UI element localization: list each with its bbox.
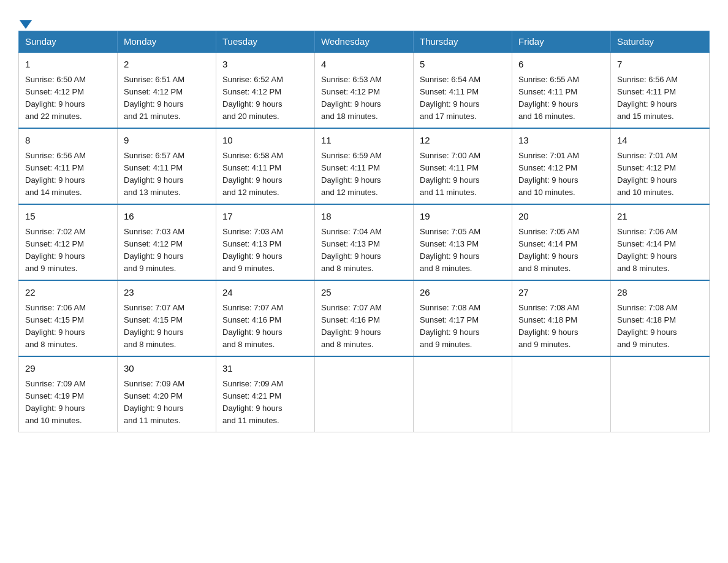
day-info: Sunrise: 7:00 AMSunset: 4:11 PMDaylight:… [420,150,506,199]
calendar-week-row: 15 Sunrise: 7:02 AMSunset: 4:12 PMDaylig… [19,204,710,280]
calendar-cell: 25 Sunrise: 7:07 AMSunset: 4:16 PMDaylig… [315,280,414,356]
calendar-cell: 8 Sunrise: 6:56 AMSunset: 4:11 PMDayligh… [19,128,118,204]
calendar-cell: 27 Sunrise: 7:08 AMSunset: 4:18 PMDaylig… [512,280,611,356]
calendar-cell [512,356,611,432]
day-info: Sunrise: 7:07 AMSunset: 4:16 PMDaylight:… [222,302,308,351]
day-info: Sunrise: 7:08 AMSunset: 4:18 PMDaylight:… [518,302,604,351]
calendar-cell: 17 Sunrise: 7:03 AMSunset: 4:13 PMDaylig… [216,204,315,280]
day-number: 14 [617,134,703,148]
calendar-cell: 26 Sunrise: 7:08 AMSunset: 4:17 PMDaylig… [414,280,512,356]
day-number: 3 [222,58,308,72]
header-sunday: Sunday [19,31,118,53]
day-number: 13 [518,134,604,148]
day-number: 30 [124,362,210,376]
day-info: Sunrise: 7:06 AMSunset: 4:15 PMDaylight:… [25,302,111,351]
header-friday: Friday [512,31,611,53]
day-number: 6 [518,58,604,72]
header-saturday: Saturday [611,31,710,53]
calendar-cell: 15 Sunrise: 7:02 AMSunset: 4:12 PMDaylig… [19,204,118,280]
day-info: Sunrise: 6:55 AMSunset: 4:11 PMDaylight:… [518,74,604,123]
day-info: Sunrise: 6:58 AMSunset: 4:11 PMDaylight:… [222,150,308,199]
day-info: Sunrise: 7:02 AMSunset: 4:12 PMDaylight:… [25,226,111,275]
calendar-cell: 16 Sunrise: 7:03 AMSunset: 4:12 PMDaylig… [118,204,216,280]
day-info: Sunrise: 6:59 AMSunset: 4:11 PMDaylight:… [321,150,407,199]
header-monday: Monday [118,31,216,53]
calendar-cell: 20 Sunrise: 7:05 AMSunset: 4:14 PMDaylig… [512,204,611,280]
calendar-cell: 30 Sunrise: 7:09 AMSunset: 4:20 PMDaylig… [118,356,216,432]
day-number: 5 [420,58,506,72]
header-tuesday: Tuesday [216,31,315,53]
logo-triangle-icon [20,20,32,29]
calendar-cell: 19 Sunrise: 7:05 AMSunset: 4:13 PMDaylig… [414,204,512,280]
logo [18,18,33,25]
day-number: 8 [25,134,111,148]
calendar-cell: 13 Sunrise: 7:01 AMSunset: 4:12 PMDaylig… [512,128,611,204]
day-info: Sunrise: 6:56 AMSunset: 4:11 PMDaylight:… [25,150,111,199]
day-info: Sunrise: 6:52 AMSunset: 4:12 PMDaylight:… [222,74,308,123]
calendar-cell: 24 Sunrise: 7:07 AMSunset: 4:16 PMDaylig… [216,280,315,356]
calendar-cell: 31 Sunrise: 7:09 AMSunset: 4:21 PMDaylig… [216,356,315,432]
day-number: 22 [25,286,111,300]
calendar-cell: 1 Sunrise: 6:50 AMSunset: 4:12 PMDayligh… [19,52,118,128]
calendar-week-row: 22 Sunrise: 7:06 AMSunset: 4:15 PMDaylig… [19,280,710,356]
day-number: 18 [321,210,407,224]
calendar-week-row: 1 Sunrise: 6:50 AMSunset: 4:12 PMDayligh… [19,52,710,128]
day-number: 28 [617,286,703,300]
day-number: 27 [518,286,604,300]
calendar-cell [315,356,414,432]
day-info: Sunrise: 6:57 AMSunset: 4:11 PMDaylight:… [124,150,210,199]
day-info: Sunrise: 7:09 AMSunset: 4:20 PMDaylight:… [124,378,210,427]
day-number: 23 [124,286,210,300]
day-number: 9 [124,134,210,148]
page-header [18,12,710,25]
calendar-cell: 11 Sunrise: 6:59 AMSunset: 4:11 PMDaylig… [315,128,414,204]
day-number: 2 [124,58,210,72]
header-thursday: Thursday [414,31,512,53]
day-number: 1 [25,58,111,72]
calendar-cell: 7 Sunrise: 6:56 AMSunset: 4:11 PMDayligh… [611,52,710,128]
calendar-cell: 22 Sunrise: 7:06 AMSunset: 4:15 PMDaylig… [19,280,118,356]
calendar-week-row: 8 Sunrise: 6:56 AMSunset: 4:11 PMDayligh… [19,128,710,204]
day-number: 25 [321,286,407,300]
day-info: Sunrise: 7:07 AMSunset: 4:15 PMDaylight:… [124,302,210,351]
calendar-cell: 9 Sunrise: 6:57 AMSunset: 4:11 PMDayligh… [118,128,216,204]
calendar-header-row: SundayMondayTuesdayWednesdayThursdayFrid… [19,31,710,53]
day-info: Sunrise: 7:01 AMSunset: 4:12 PMDaylight:… [617,150,703,199]
day-info: Sunrise: 7:05 AMSunset: 4:14 PMDaylight:… [518,226,604,275]
calendar-cell: 2 Sunrise: 6:51 AMSunset: 4:12 PMDayligh… [118,52,216,128]
calendar-cell: 3 Sunrise: 6:52 AMSunset: 4:12 PMDayligh… [216,52,315,128]
day-number: 21 [617,210,703,224]
calendar-cell: 14 Sunrise: 7:01 AMSunset: 4:12 PMDaylig… [611,128,710,204]
calendar-cell: 28 Sunrise: 7:08 AMSunset: 4:18 PMDaylig… [611,280,710,356]
day-info: Sunrise: 7:03 AMSunset: 4:12 PMDaylight:… [124,226,210,275]
day-info: Sunrise: 6:54 AMSunset: 4:11 PMDaylight:… [420,74,506,123]
header-wednesday: Wednesday [315,31,414,53]
day-number: 12 [420,134,506,148]
day-number: 7 [617,58,703,72]
calendar-week-row: 29 Sunrise: 7:09 AMSunset: 4:19 PMDaylig… [19,356,710,432]
day-number: 4 [321,58,407,72]
day-info: Sunrise: 7:09 AMSunset: 4:21 PMDaylight:… [222,378,308,427]
day-info: Sunrise: 7:04 AMSunset: 4:13 PMDaylight:… [321,226,407,275]
day-number: 16 [124,210,210,224]
day-number: 19 [420,210,506,224]
calendar-cell: 29 Sunrise: 7:09 AMSunset: 4:19 PMDaylig… [19,356,118,432]
calendar-cell [611,356,710,432]
calendar-cell: 4 Sunrise: 6:53 AMSunset: 4:12 PMDayligh… [315,52,414,128]
calendar-cell: 6 Sunrise: 6:55 AMSunset: 4:11 PMDayligh… [512,52,611,128]
day-info: Sunrise: 6:56 AMSunset: 4:11 PMDaylight:… [617,74,703,123]
day-info: Sunrise: 7:03 AMSunset: 4:13 PMDaylight:… [222,226,308,275]
day-info: Sunrise: 7:05 AMSunset: 4:13 PMDaylight:… [420,226,506,275]
calendar-cell: 5 Sunrise: 6:54 AMSunset: 4:11 PMDayligh… [414,52,512,128]
calendar-cell [414,356,512,432]
day-info: Sunrise: 7:08 AMSunset: 4:17 PMDaylight:… [420,302,506,351]
calendar-table: SundayMondayTuesdayWednesdayThursdayFrid… [18,31,710,432]
day-number: 20 [518,210,604,224]
day-number: 11 [321,134,407,148]
day-info: Sunrise: 7:08 AMSunset: 4:18 PMDaylight:… [617,302,703,351]
day-number: 24 [222,286,308,300]
day-number: 15 [25,210,111,224]
calendar-cell: 18 Sunrise: 7:04 AMSunset: 4:13 PMDaylig… [315,204,414,280]
day-number: 31 [222,362,308,376]
calendar-cell: 12 Sunrise: 7:00 AMSunset: 4:11 PMDaylig… [414,128,512,204]
